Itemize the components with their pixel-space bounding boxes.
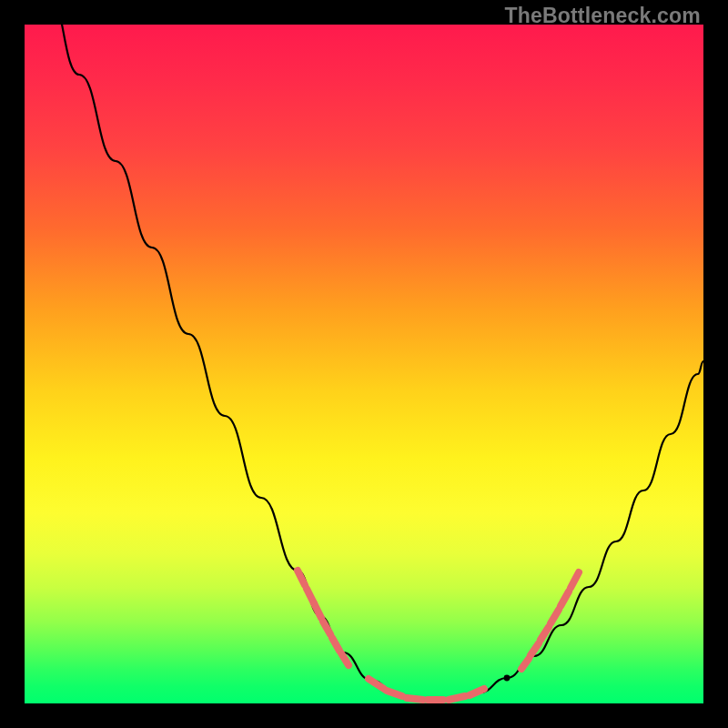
marker-cluster-right-seg — [561, 592, 569, 606]
marker-cluster-left-seg — [298, 571, 305, 585]
marker-cluster-right-seg — [541, 627, 549, 640]
marker-cluster-bottom-seg — [449, 696, 465, 700]
marker-cluster-bottom-seg — [407, 698, 423, 700]
marker-cluster-left-seg — [323, 622, 330, 634]
marker-dot — [504, 675, 511, 682]
marker-cluster-right-seg — [551, 610, 559, 623]
marker-cluster-right-seg — [521, 659, 529, 669]
marker-cluster-left-seg — [341, 653, 349, 665]
marker-cluster-right-seg — [571, 572, 579, 588]
marker-cluster-left-seg — [332, 638, 339, 651]
main-curve — [47, 0, 703, 700]
marker-cluster-bottom-seg — [470, 689, 484, 695]
marker-cluster-right-seg — [531, 643, 539, 655]
chart-svg — [25, 25, 703, 703]
outer-frame: TheBottleneck.com — [0, 0, 728, 728]
marker-cluster-bottom-seg — [369, 679, 384, 689]
marker-cluster-left-seg — [314, 603, 321, 618]
marker-cluster-bottom-seg — [387, 691, 402, 696]
watermark-text: TheBottleneck.com — [504, 4, 701, 28]
